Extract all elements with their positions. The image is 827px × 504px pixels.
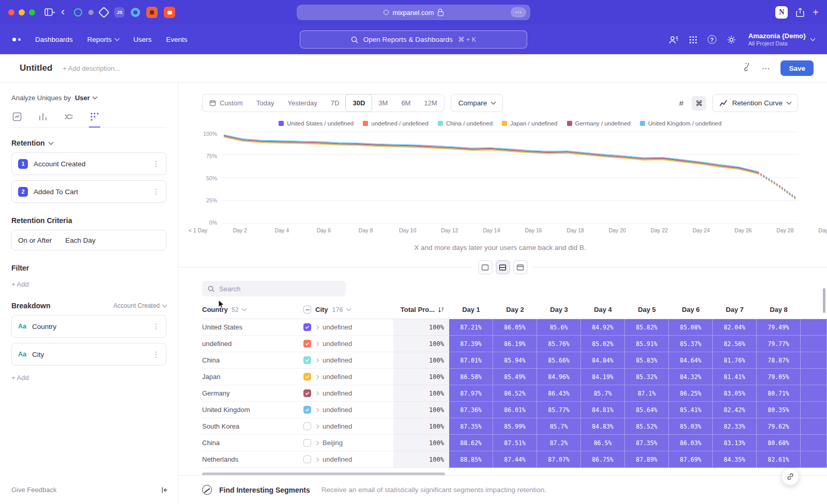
retention-value-cell[interactable]: 80.71%	[757, 385, 801, 402]
extension-icon-ring[interactable]	[74, 8, 82, 17]
extension-icon-dot[interactable]	[88, 10, 94, 15]
retention-value-cell[interactable]: 85.66%	[537, 352, 581, 369]
extension-icon-cube[interactable]	[98, 7, 110, 19]
more-actions-button[interactable]: ⋯	[761, 64, 770, 73]
minimize-window-button[interactable]	[19, 9, 25, 15]
retention-value-cell[interactable]: 87.36%	[449, 402, 493, 418]
retention-value-cell[interactable]: 85.02%	[581, 336, 625, 352]
retention-value-cell[interactable]: 85.64%	[625, 402, 669, 418]
retention-value-cell[interactable]: 85.83%	[625, 352, 669, 369]
retention-value-cell[interactable]: 87.89%	[625, 451, 669, 468]
city-column-header[interactable]: City 176	[303, 306, 393, 313]
plot-area[interactable]	[222, 131, 798, 226]
retention-value-cell[interactable]: 86.75%	[581, 451, 625, 468]
zoom-window-button[interactable]	[29, 9, 35, 15]
retention-value-cell[interactable]: 87.39%	[449, 336, 493, 352]
sort-icon[interactable]	[438, 307, 444, 313]
retention-value-cell[interactable]: 84.84%	[581, 352, 625, 369]
extension-icon-wave[interactable]	[131, 8, 140, 17]
series-checkbox[interactable]	[303, 439, 311, 447]
retention-value-cell[interactable]: 82.56%	[713, 336, 757, 352]
help-icon[interactable]: ?	[708, 35, 716, 44]
retention-value-cell[interactable]: 83.05%	[713, 385, 757, 402]
series-checkbox[interactable]	[303, 356, 311, 364]
expand-row-icon[interactable]	[315, 325, 319, 329]
extension-icon-js[interactable]: JS	[114, 7, 125, 18]
retention-value-cell[interactable]: 86.52%	[493, 385, 537, 402]
retention-value-cell[interactable]: 84.81%	[581, 402, 625, 418]
tab-insights[interactable]	[11, 109, 23, 127]
retention-value-cell[interactable]: 87.21%	[449, 319, 493, 336]
breakdown-card-country[interactable]: Aa Country ⋮	[11, 315, 166, 338]
day-column-header[interactable]: Day 5	[625, 306, 669, 313]
retention-value-cell[interactable]: 79.05%	[757, 369, 801, 385]
criteria-interval[interactable]: Each Day	[65, 237, 96, 244]
date-range-7d[interactable]: 7D	[324, 94, 346, 112]
retention-value-cell[interactable]: 82.04%	[713, 319, 757, 336]
vertical-scrollbar[interactable]	[823, 288, 825, 313]
copy-link-icon[interactable]	[742, 63, 751, 74]
date-range-6m[interactable]: 6M	[394, 94, 417, 112]
retention-value-cell[interactable]: 86.43%	[537, 385, 581, 402]
project-selector[interactable]: Amazonia {Demo} All Project Data	[748, 32, 815, 48]
date-range-30d[interactable]: 30D	[345, 94, 372, 112]
retention-value-cell[interactable]: 87.2%	[537, 435, 581, 451]
expand-row-icon[interactable]	[315, 391, 319, 395]
retention-value-cell[interactable]: 85.03%	[669, 418, 713, 435]
retention-value-cell[interactable]: 86.19%	[493, 336, 537, 352]
filter-add-button[interactable]: + Add	[11, 280, 166, 288]
kebab-menu-icon[interactable]: ⋮	[152, 160, 160, 168]
retention-value-cell[interactable]: 88.85%	[449, 451, 493, 468]
table-row[interactable]: Japanundefined100%86.58%85.49%84.96%84.1…	[202, 369, 827, 385]
date-range-3m[interactable]: 3M	[372, 94, 394, 112]
retention-value-cell[interactable]: 84.35%	[713, 451, 757, 468]
expand-row-icon[interactable]	[315, 440, 319, 445]
retention-value-cell[interactable]: 80.68%	[757, 435, 801, 451]
retention-value-cell[interactable]: 86.25%	[669, 385, 713, 402]
table-search-input[interactable]: Search	[202, 281, 346, 296]
global-search-input[interactable]: Open Reports & Dashboards ⌘ + K	[300, 30, 527, 49]
apps-grid-icon[interactable]	[689, 36, 697, 44]
date-range-12m[interactable]: 12M	[417, 94, 443, 112]
retention-value-cell[interactable]: 85.91%	[625, 336, 669, 352]
day-column-header[interactable]: Day 4	[581, 306, 625, 313]
retention-value-cell[interactable]: 81.76%	[713, 352, 757, 369]
retention-value-cell[interactable]: 87.1%	[625, 385, 669, 402]
retention-value-cell[interactable]: 82.61%	[757, 451, 801, 468]
table-row[interactable]: Netherlandsundefined100%88.85%87.44%87.0…	[202, 451, 827, 468]
url-more-button[interactable]: ⋯	[511, 7, 526, 18]
chart-type-dropdown[interactable]: Retention Curve	[712, 94, 798, 112]
retention-value-cell[interactable]: 86.01%	[493, 402, 537, 418]
retention-value-cell[interactable]: 87.44%	[493, 451, 537, 468]
expand-row-icon[interactable]	[315, 407, 319, 412]
table-row[interactable]: United Kingdomundefined100%87.36%86.01%8…	[202, 402, 827, 418]
series-checkbox[interactable]	[303, 406, 311, 414]
day-column-header[interactable]: Day 3	[537, 306, 581, 313]
retention-value-cell[interactable]: 85.37%	[669, 336, 713, 352]
retention-value-cell[interactable]: 79.77%	[757, 336, 801, 352]
add-description[interactable]: + Add description...	[63, 65, 120, 72]
series-checkbox[interactable]	[303, 323, 311, 331]
retention-value-cell[interactable]: 78.87%	[757, 352, 801, 369]
retention-value-cell[interactable]: 85.7%	[581, 385, 625, 402]
criteria-operator[interactable]: On or After	[18, 237, 52, 244]
date-range-today[interactable]: Today	[250, 94, 281, 112]
expand-row-icon[interactable]	[315, 358, 319, 362]
tab-funnels[interactable]	[37, 109, 49, 127]
breakdown-add-button[interactable]: + Add	[11, 374, 166, 382]
retention-value-cell[interactable]: 84.19%	[581, 369, 625, 385]
browser-sidebar-toggle-icon[interactable]	[44, 8, 55, 17]
step-card-2[interactable]: 2 Added To Cart ⋮	[11, 180, 166, 203]
retention-value-cell[interactable]: 86.58%	[449, 369, 493, 385]
share-icon[interactable]	[796, 8, 804, 17]
retention-value-cell[interactable]: 86.5%	[581, 435, 625, 451]
retention-value-cell[interactable]: 87.97%	[449, 385, 493, 402]
nav-reports[interactable]: Reports	[87, 36, 119, 43]
extension-icon-red-app[interactable]	[164, 7, 175, 18]
step-card-1[interactable]: 1 Account Created ⋮	[11, 152, 166, 175]
breakdown-scope-selector[interactable]: Account Created	[114, 302, 166, 309]
table-row[interactable]: United Statesundefined100%87.21%86.05%85…	[202, 319, 827, 336]
retention-criteria-control[interactable]: On or After Each Day	[11, 230, 166, 250]
kebab-menu-icon[interactable]: ⋮	[152, 350, 160, 358]
legend-item[interactable]: Japan / undefined	[502, 120, 557, 127]
